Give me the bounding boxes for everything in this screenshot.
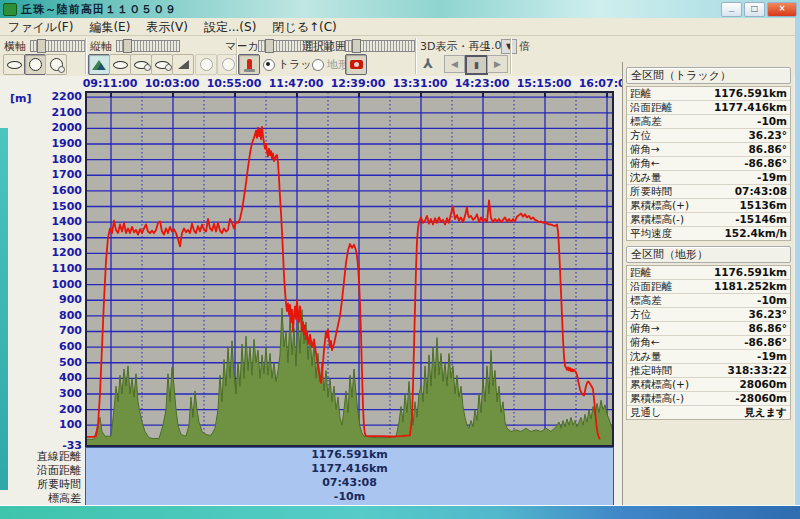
terrain-summary-label: 沈み量 (630, 350, 662, 363)
terrain-summary-row: 俯角←-86.86° (627, 336, 790, 350)
terrain-summary-value: 86.86° (749, 322, 787, 335)
app-window: 丘珠～陸前高田１１０５０９ ＿ □ × ファイル(F)編集(E)表示(V)設定.… (0, 0, 800, 519)
minimize-button[interactable]: ＿ (721, 2, 742, 17)
terrain-summary-value: -86.86° (744, 336, 787, 349)
play-stop-button[interactable]: ▮ (465, 55, 488, 75)
y-tick-label: 800 (38, 309, 82, 322)
track-summary-value: 1177.416km (714, 101, 787, 114)
footer-value: 1177.416km (86, 462, 613, 476)
terrain-summary-header: 全区間（地形） (626, 246, 791, 263)
y-tick-label: 1100 (38, 262, 82, 275)
terrain-summary-row: 標高差-10m (627, 294, 790, 308)
track-summary-value: 07:43:08 (735, 185, 787, 198)
terrain-summary-table: 距離1176.591km沿面距離1181.252km標高差-10m方位36.23… (626, 265, 791, 420)
camera-button[interactable] (345, 54, 367, 75)
right-border-strip (795, 18, 800, 505)
v-axis-flat-button[interactable] (109, 54, 131, 75)
track-summary-label: 所要時間 (630, 185, 672, 198)
track-summary-value: 152.4km/h (725, 227, 787, 240)
track-summary-value: -10m (757, 115, 787, 128)
radio-selected-icon (263, 59, 275, 71)
track-summary-row: 方位36.23° (627, 129, 790, 143)
triangle-icon (178, 60, 189, 69)
y-tick-label: 900 (38, 293, 82, 306)
terrain-summary-value: -19m (757, 350, 787, 363)
terrain-summary-label: 俯角→ (630, 322, 660, 335)
v-axis-terrain-button[interactable] (88, 54, 110, 75)
h-axis-circle-sub-button[interactable] (45, 54, 67, 75)
terrain-summary-label: 沿面距離 (630, 280, 672, 293)
terrain-summary-row: 沈み量-19m (627, 350, 790, 364)
v-axis-circle-button[interactable] (195, 54, 217, 75)
track-summary-row: 累積標高(-)-15146m (627, 213, 790, 227)
terrain-summary-row: 距離1176.591km (627, 266, 790, 280)
terrain-summary-value: 1176.591km (714, 266, 787, 279)
playback-speed-dropdown[interactable]: ▼ (501, 39, 517, 54)
track-summary-value: 1176.591km (714, 87, 787, 100)
terrain-summary-value: -28060m (735, 392, 787, 405)
v-axis-oval-button[interactable] (130, 54, 152, 75)
menu-item-3[interactable]: 設定...(S) (196, 18, 264, 37)
terrain-summary-row: 推定時間318:33:22 (627, 364, 790, 378)
track-summary-label: 累積標高(-) (630, 213, 684, 226)
v-axis-slope-button[interactable] (172, 54, 194, 75)
v-axis-zoom-slider[interactable] (116, 40, 180, 52)
play-back-button[interactable]: ◀ (444, 55, 465, 73)
maximize-button[interactable]: □ (744, 2, 765, 17)
summary-panel: 全区間（トラック） 距離1176.591km沿面距離1177.416km標高差-… (622, 62, 794, 505)
y-tick-label: 1200 (38, 246, 82, 259)
track-summary-value: 86.86° (749, 143, 787, 156)
circle-icon (29, 58, 42, 71)
y-tick-label: 1900 (38, 137, 82, 150)
circle-sub-icon (50, 58, 63, 71)
marker-pin-icon (247, 59, 252, 71)
menu-item-4[interactable]: 閉じる↑(C) (264, 18, 344, 37)
x-tick-label: 14:23:00 (455, 77, 510, 90)
close-button[interactable]: × (767, 2, 797, 17)
y-tick-label: 100 (38, 418, 82, 431)
track-summary-label: 方位 (630, 129, 651, 142)
h-axis-flat-button[interactable] (3, 54, 25, 75)
track-summary-row: 沈み量-19m (627, 171, 790, 185)
track-summary-row: 沿面距離1177.416km (627, 101, 790, 115)
terrain-summary-row: 累積標高(+)28060m (627, 378, 790, 392)
menu-item-0[interactable]: ファイル(F) (0, 18, 81, 37)
menu-item-2[interactable]: 表示(V) (138, 18, 196, 37)
y-tick-label: 400 (38, 371, 82, 384)
footer-value: 07:43:08 (86, 476, 613, 490)
track-summary-label: 俯角→ (630, 143, 660, 156)
y-tick-label: 1800 (38, 153, 82, 166)
terrain-summary-value: 36.23° (749, 308, 787, 321)
y-tick-label: 2200 (38, 90, 82, 103)
track-summary-value: -86.86° (744, 157, 787, 170)
footer-label: 直線距離 (0, 450, 81, 464)
axis-3d-icon: ⅄ (418, 54, 438, 73)
circle-icon (222, 58, 235, 71)
selection-slider[interactable] (345, 40, 415, 52)
track-summary-label: 標高差 (630, 115, 662, 128)
play-forward-button[interactable]: ▶ (487, 55, 508, 73)
oval-sub-icon (155, 61, 170, 69)
y-tick-label: 1300 (38, 231, 82, 244)
footer-label: 所要時間 (0, 478, 81, 492)
y-tick-label: 2000 (38, 121, 82, 134)
circle-icon (200, 58, 213, 71)
playback-speed-value: 1.0 (484, 39, 502, 52)
x-tick-label: 10:03:00 (145, 77, 200, 90)
y-tick-label: 2100 (38, 106, 82, 119)
toolbar-separator (510, 38, 512, 74)
h-axis-circle-button[interactable] (24, 54, 46, 75)
v-axis-oval2-button[interactable] (151, 54, 173, 75)
track-summary-table: 距離1176.591km沿面距離1177.416km標高差-10m方位36.23… (626, 86, 791, 241)
y-tick-label: 500 (38, 356, 82, 369)
title-bar[interactable]: 丘珠～陸前高田１１０５０９ ＿ □ × (0, 0, 800, 18)
h-axis-zoom-slider[interactable] (30, 40, 86, 52)
marker-pin-button[interactable] (238, 54, 260, 75)
main-area: 09:11:0010:03:0010:55:0011:47:0012:39:00… (0, 76, 800, 505)
marker-terrain-radio[interactable]: 地形 (312, 57, 349, 72)
camera-icon (350, 60, 363, 69)
y-axis-unit: [m] (10, 92, 32, 105)
elevation-plot[interactable] (85, 91, 614, 447)
menu-item-1[interactable]: 編集(E) (81, 18, 138, 37)
x-tick-label: 15:15:00 (517, 77, 572, 90)
